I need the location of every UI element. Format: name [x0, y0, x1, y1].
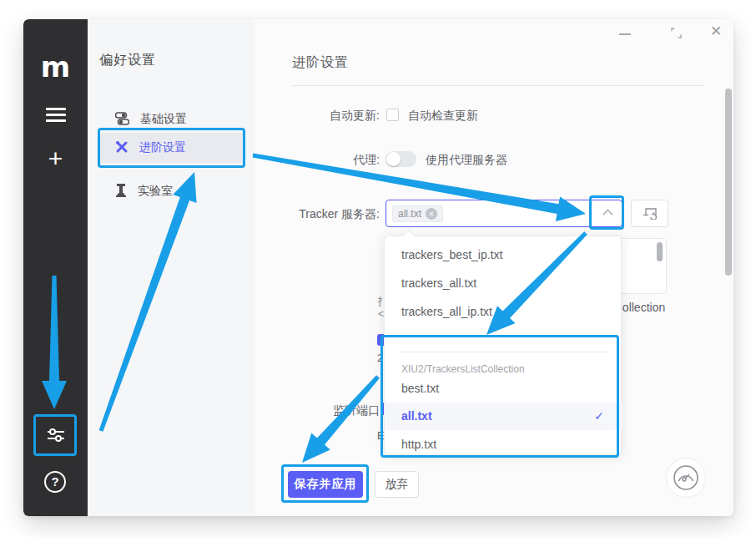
chevron-up-icon[interactable] — [602, 209, 613, 220]
task-list-icon[interactable] — [46, 108, 66, 122]
close-button[interactable]: ✕ — [710, 24, 722, 38]
sidebar-item-label: 进阶设置 — [139, 140, 186, 155]
dropdown-item-selected[interactable]: all.txt ✓ — [385, 403, 622, 430]
minimize-button[interactable] — [619, 28, 631, 39]
maximize-icon — [671, 28, 682, 38]
dropdown-caret — [403, 230, 415, 241]
preferences-icon[interactable] — [45, 425, 67, 448]
listen-port-label: 监听端口 — [255, 403, 380, 418]
screenshot-stage: m + ? 偏好设置 — [0, 0, 756, 537]
dropdown-item[interactable]: http.txt — [385, 431, 622, 458]
preferences-title: 偏好设置 — [99, 52, 156, 69]
dropdown-item[interactable]: trackers_best_ip.txt — [385, 241, 622, 269]
maximize-button[interactable] — [671, 27, 682, 42]
tracker-select[interactable]: all.txt × — [386, 200, 622, 227]
dropdown-group-label: XIU2/TrackersListCollection — [401, 363, 525, 375]
sidebar-item-label: 基础设置 — [140, 112, 187, 127]
tracker-label: Tracker 服务器: — [255, 207, 380, 222]
app-logo: m — [23, 53, 88, 81]
dropdown-item[interactable]: best.txt — [385, 375, 622, 403]
auto-update-checkbox[interactable] — [386, 109, 399, 121]
main-scrollbar[interactable] — [725, 89, 732, 276]
tracker-tag: all.txt × — [392, 205, 443, 222]
clipped-text: < — [378, 308, 384, 320]
proxy-label: 代理: — [255, 153, 380, 168]
discard-button[interactable]: 放弃 — [375, 471, 419, 498]
tools-icon — [115, 140, 129, 156]
proxy-toggle[interactable] — [386, 151, 416, 167]
app-window: m + ? 偏好设置 — [23, 19, 733, 516]
title-divider — [292, 85, 704, 86]
speedometer-icon — [672, 464, 700, 492]
page-title: 进阶设置 — [292, 54, 349, 72]
dropdown-divider — [398, 352, 609, 352]
dropdown-item[interactable]: trackers_all_ip.txt — [385, 298, 622, 326]
textarea-scrollbar[interactable] — [657, 242, 663, 261]
main-panel: ✕ 进阶设置 自动更新: 自动检查更新 代理: 使用代理服务器 Tracker … — [255, 19, 733, 516]
sync-trackers-button[interactable] — [631, 200, 668, 227]
tracker-dropdown: trackers_best_ip.txt trackers_all.txt tr… — [384, 236, 622, 455]
app-sidebar: m + ? — [23, 19, 88, 516]
sidebar-item-lab[interactable]: 实验室 — [100, 176, 244, 206]
add-task-icon[interactable]: + — [23, 146, 88, 171]
save-apply-button[interactable]: 保存并应用 — [288, 471, 363, 498]
auto-update-label: 自动更新: — [255, 109, 380, 124]
sidebar-item-label: 实验室 — [138, 184, 173, 199]
help-icon[interactable]: ? — [44, 471, 66, 493]
sidebar-item-basic[interactable]: 基础设置 — [100, 104, 244, 134]
tag-close-icon[interactable]: × — [426, 208, 437, 220]
tracker-tag-label: all.txt — [398, 208, 421, 220]
preferences-sidebar: 偏好设置 基础设置 — [88, 19, 255, 516]
sidebar-item-advanced[interactable]: 进阶设置 — [100, 133, 244, 163]
lab-icon — [115, 184, 127, 200]
dropdown-item[interactable]: trackers_all.txt — [385, 270, 622, 297]
speed-limit-button[interactable] — [666, 458, 706, 498]
auto-update-checkbox-label: 自动检查更新 — [408, 109, 478, 124]
sync-icon — [643, 207, 658, 220]
toggles-icon — [115, 112, 129, 128]
check-icon: ✓ — [594, 403, 604, 430]
clipped-text: 2 — [377, 352, 383, 364]
proxy-toggle-label: 使用代理服务器 — [426, 153, 507, 168]
dropdown-item-label: all.txt — [401, 409, 432, 423]
